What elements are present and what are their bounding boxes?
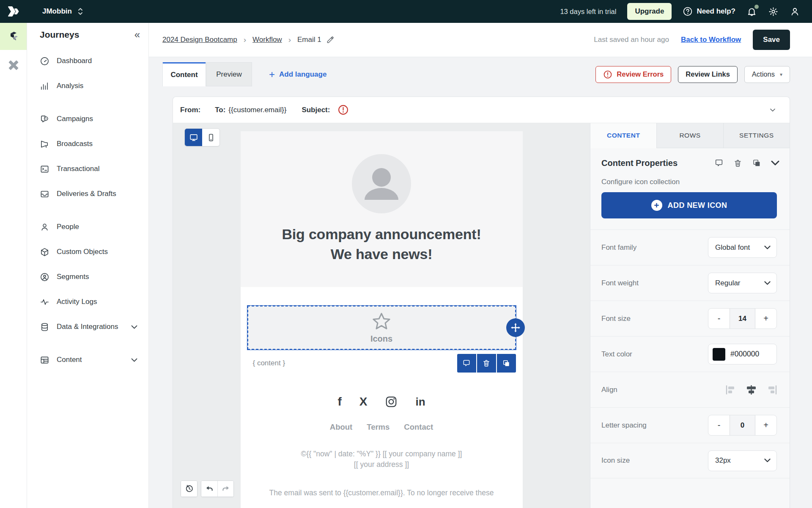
panel-tab-content[interactable]: CONTENT bbox=[590, 123, 656, 148]
email-hero-section[interactable]: Big company announcement! We have news! bbox=[241, 131, 523, 287]
sidebar-item-segments[interactable]: Segments bbox=[40, 267, 140, 287]
sidebar-item-activity-logs[interactable]: Activity Logs bbox=[40, 292, 140, 312]
trial-countdown: 13 days left in trial bbox=[560, 8, 616, 16]
align-label: Align bbox=[601, 386, 617, 394]
letter-spacing-increment-button[interactable]: + bbox=[755, 415, 776, 435]
breadcrumb-workflow-link[interactable]: Workflow bbox=[252, 36, 282, 44]
color-swatch bbox=[713, 348, 725, 361]
sidebar-item-people[interactable]: People bbox=[40, 217, 140, 237]
block-meta-row: { content } bbox=[253, 354, 516, 373]
sidebar-item-content[interactable]: Content bbox=[40, 350, 140, 370]
back-to-workflow-link[interactable]: Back to Workflow bbox=[681, 36, 741, 44]
align-left-icon[interactable] bbox=[726, 385, 737, 395]
add-language-button[interactable]: + Add language bbox=[269, 62, 326, 86]
duplicate-icon[interactable] bbox=[752, 158, 761, 168]
desktop-preview-button[interactable] bbox=[185, 129, 202, 146]
rail-item-journeys[interactable] bbox=[0, 23, 27, 50]
sidebar-item-campaigns[interactable]: Campaigns bbox=[40, 109, 140, 129]
undo-button[interactable] bbox=[201, 481, 217, 497]
save-button[interactable]: Save bbox=[753, 30, 790, 50]
drag-move-handle[interactable] bbox=[506, 318, 525, 337]
app-logo[interactable] bbox=[0, 6, 27, 17]
sidebar-item-label: Campaigns bbox=[57, 115, 93, 123]
sidebar-item-data-integrations[interactable]: Data & Integrations bbox=[40, 317, 140, 337]
chat-target-icon bbox=[40, 114, 49, 124]
need-help-button[interactable]: Need help? bbox=[683, 6, 735, 17]
sidebar-item-label: Data & Integrations bbox=[57, 323, 118, 331]
footer-company-lines: ©{{ "now" | date: "%Y" }} [[ your compan… bbox=[241, 449, 523, 470]
breadcrumb-separator: › bbox=[288, 35, 291, 44]
sidebar-item-dashboard[interactable]: Dashboard bbox=[40, 51, 140, 71]
email-heading[interactable]: Big company announcement! We have news! bbox=[282, 224, 481, 264]
workspace-switcher-chevrons-icon bbox=[77, 7, 84, 16]
comment-icon[interactable] bbox=[714, 158, 724, 168]
main-area: 2024 Design Bootcamp › Workflow › Email … bbox=[149, 23, 812, 508]
sidebar-item-label: Activity Logs bbox=[57, 298, 97, 306]
field-font-size: Font size - 14 + bbox=[590, 301, 790, 336]
icons-block-selected[interactable]: Icons bbox=[247, 306, 516, 350]
sidebar-collapse-icon[interactable]: « bbox=[134, 30, 140, 40]
add-new-icon-button[interactable]: + ADD NEW ICON bbox=[601, 192, 777, 218]
field-text-color: Text color #000000 bbox=[590, 336, 790, 372]
layout-table-icon bbox=[40, 355, 49, 365]
block-comment-button[interactable] bbox=[457, 354, 476, 373]
letter-spacing-value[interactable]: 0 bbox=[730, 415, 755, 435]
settings-gear-icon[interactable] bbox=[768, 6, 779, 17]
tab-preview[interactable]: Preview bbox=[206, 62, 252, 86]
envelope-bar[interactable]: From: To: {{customer.email}} Subject: bbox=[173, 97, 790, 123]
review-links-button[interactable]: Review Links bbox=[678, 66, 738, 83]
upgrade-button[interactable]: Upgrade bbox=[627, 3, 672, 20]
font-size-value[interactable]: 14 bbox=[730, 309, 755, 329]
edit-pencil-icon[interactable] bbox=[326, 36, 335, 44]
font-size-decrement-button[interactable]: - bbox=[708, 309, 730, 329]
account-user-icon[interactable] bbox=[790, 6, 800, 17]
instagram-icon[interactable] bbox=[385, 395, 398, 408]
font-family-select[interactable]: Global font bbox=[708, 237, 777, 258]
block-delete-button[interactable] bbox=[477, 354, 496, 373]
facebook-icon[interactable]: f bbox=[337, 396, 341, 408]
font-size-increment-button[interactable]: + bbox=[755, 309, 776, 329]
envelope-expand-chevron-icon[interactable] bbox=[768, 106, 777, 114]
redo-button[interactable] bbox=[217, 481, 233, 497]
notifications-button[interactable] bbox=[746, 6, 757, 17]
sidebar-item-transactional[interactable]: Transactional bbox=[40, 159, 140, 179]
font-weight-label: Font weight bbox=[601, 279, 639, 287]
trash-icon[interactable] bbox=[733, 159, 742, 168]
actions-dropdown-button[interactable]: Actions ▾ bbox=[744, 66, 790, 83]
letter-spacing-decrement-button[interactable]: - bbox=[708, 415, 730, 435]
tab-content[interactable]: Content bbox=[162, 62, 206, 86]
footer-link-contact[interactable]: Contact bbox=[404, 422, 433, 432]
x-twitter-icon[interactable]: X bbox=[359, 396, 368, 408]
collapse-section-chevron-icon[interactable] bbox=[771, 160, 779, 166]
font-weight-select[interactable]: Regular bbox=[708, 273, 777, 293]
align-right-icon[interactable] bbox=[765, 385, 777, 395]
footer-link-terms[interactable]: Terms bbox=[367, 422, 390, 432]
sidebar-item-label: Dashboard bbox=[57, 57, 92, 65]
panel-tab-settings[interactable]: SETTINGS bbox=[723, 123, 790, 148]
breadcrumb-campaign-link[interactable]: 2024 Design Bootcamp bbox=[162, 36, 237, 44]
comment-icon bbox=[462, 359, 471, 367]
mobile-preview-button[interactable] bbox=[202, 129, 219, 146]
letter-spacing-label: Letter spacing bbox=[601, 421, 647, 430]
sidebar-item-custom-objects[interactable]: Custom Objects bbox=[40, 242, 140, 262]
trash-icon bbox=[482, 359, 491, 367]
review-errors-button[interactable]: Review Errors bbox=[595, 66, 671, 83]
block-duplicate-button[interactable] bbox=[497, 354, 516, 373]
breadcrumb-separator: › bbox=[244, 35, 246, 44]
panel-tab-rows[interactable]: ROWS bbox=[656, 123, 723, 148]
linkedin-icon[interactable]: in bbox=[415, 396, 425, 407]
icon-size-select[interactable]: 32px bbox=[708, 450, 777, 471]
sidebar-item-broadcasts[interactable]: Broadcasts bbox=[40, 134, 140, 154]
align-center-icon[interactable] bbox=[746, 385, 757, 395]
sidebar-item-analysis[interactable]: Analysis bbox=[40, 76, 140, 96]
email-builder-app: { "colors": { "topbar_bg": "#0d262c", "a… bbox=[0, 0, 812, 508]
content-properties-title: Content Properties bbox=[601, 158, 678, 168]
rail-item-other-product[interactable] bbox=[0, 52, 27, 79]
sidebar-item-deliveries-drafts[interactable]: Deliveries & Drafts bbox=[40, 184, 140, 204]
footer-link-about[interactable]: About bbox=[330, 422, 352, 432]
workspace-switcher[interactable]: JMobbin bbox=[42, 7, 84, 16]
text-color-picker[interactable]: #000000 bbox=[708, 344, 777, 364]
version-history-button[interactable] bbox=[181, 481, 197, 497]
help-icon bbox=[683, 6, 693, 17]
sidebar-item-label: Deliveries & Drafts bbox=[57, 190, 116, 198]
